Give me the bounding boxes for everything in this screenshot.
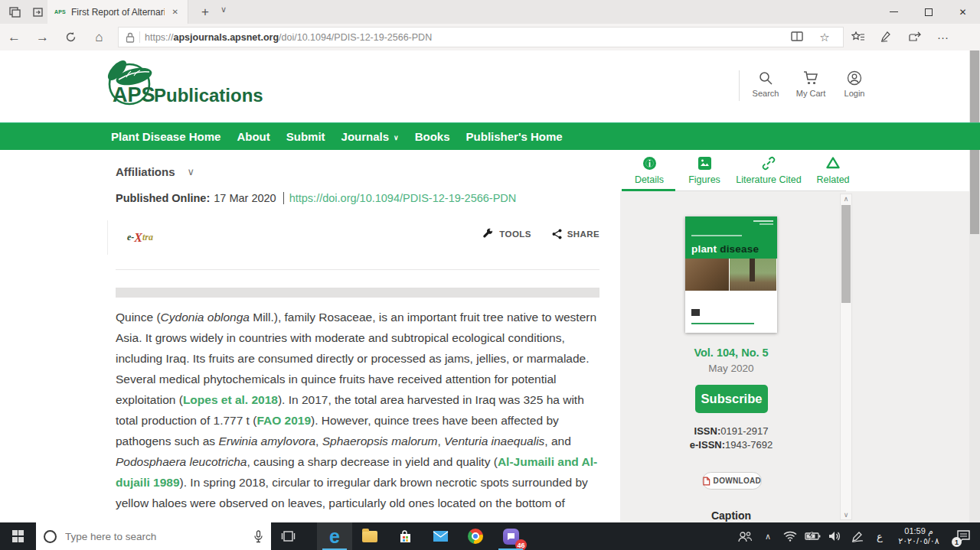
address-bar[interactable]: https://apsjournals.apsnet.org/doi/10.10…: [118, 27, 844, 47]
tab-literature-cited[interactable]: Literature Cited: [732, 150, 805, 191]
doi-link[interactable]: https://doi.org/10.1094/PDIS-12-19-2566-…: [289, 192, 517, 204]
subscribe-button[interactable]: Subscribe: [695, 385, 768, 413]
windows-logo-icon: [12, 530, 24, 542]
sidebar-scrollbar[interactable]: ∧ ∨: [840, 194, 852, 520]
volume-icon[interactable]: [828, 522, 843, 550]
set-tabs-aside-icon[interactable]: [5, 4, 24, 20]
back-button[interactable]: ←: [0, 24, 28, 50]
address-divider: [139, 31, 140, 43]
share-button[interactable]: SHARE: [552, 228, 599, 239]
task-view-button[interactable]: [271, 522, 305, 550]
paragraph-text: Erwinia amylovora: [218, 434, 315, 447]
more-options-icon[interactable]: ···: [929, 24, 957, 50]
taskbar-file-explorer-button[interactable]: [352, 522, 387, 550]
mail-icon: [433, 530, 449, 542]
edge-browser-window: APS First Report of Alternari… ✕ + ∨ ✕ ←…: [0, 0, 980, 550]
article-sidebar: Details Figures Literature Cited Related: [620, 150, 969, 522]
browser-titlebar: APS First Report of Alternari… ✕ + ∨ ✕: [0, 0, 980, 24]
forward-button[interactable]: →: [28, 24, 57, 50]
journal-cover-thumbnail[interactable]: plant disease: [685, 216, 777, 333]
header-search-button[interactable]: Search: [749, 70, 782, 98]
cart-icon: [802, 70, 819, 86]
refresh-button[interactable]: [57, 24, 85, 50]
browser-tab-active[interactable]: APS First Report of Alternari… ✕: [47, 0, 188, 24]
published-date: 17 Mar 2020: [214, 192, 276, 204]
page-scrollbar[interactable]: [969, 50, 980, 522]
tab-close-icon[interactable]: ✕: [170, 6, 181, 18]
site-header: APS Publications Search My Cart Login: [0, 50, 969, 122]
reference-link[interactable]: Lopes et al. 2018: [183, 393, 278, 406]
new-tab-button[interactable]: +: [194, 3, 216, 21]
close-button[interactable]: ✕: [946, 0, 980, 24]
paragraph-text: ). In spring 2018, circular to irregular…: [116, 476, 588, 509]
tab-related[interactable]: Related: [805, 150, 861, 191]
cover-title: plant disease: [691, 243, 759, 255]
info-icon: [642, 156, 657, 171]
system-tray: ∧ ع 01:59 م ٢٠٢٠/٠٥/٠٨ 1: [760, 522, 980, 550]
published-online-row: Published Online: 17 Mar 2020 https://do…: [116, 192, 516, 204]
favorite-star-icon[interactable]: ☆: [813, 31, 836, 44]
language-indicator[interactable]: ع: [872, 522, 887, 550]
edge-icon: e: [329, 527, 340, 546]
microsoft-store-icon: [398, 529, 413, 544]
minimize-button[interactable]: [877, 0, 911, 24]
paragraph-text: Podosphaera leucotricha: [116, 455, 247, 468]
chevron-down-icon: ∨: [188, 166, 195, 177]
download-button[interactable]: DOWNLOAD: [702, 472, 762, 490]
taskbar-viber-button[interactable]: 46: [493, 522, 528, 550]
reading-view-icon[interactable]: [786, 31, 808, 44]
nav-about[interactable]: About: [237, 130, 270, 143]
search-icon: [758, 70, 773, 86]
e-xtra-badge: e-Xtra: [107, 220, 153, 255]
tab-title: First Report of Alternari…: [71, 7, 165, 18]
nav-publishers-home[interactable]: Publisher's Home: [466, 130, 563, 143]
microphone-icon[interactable]: [253, 530, 263, 543]
header-login-button[interactable]: Login: [838, 70, 871, 98]
action-center-button[interactable]: 1: [950, 522, 976, 550]
volume-link[interactable]: Vol. 104, No. 5: [620, 347, 842, 359]
action-center-badge: 1: [952, 537, 962, 547]
caption-heading: Caption: [620, 509, 842, 522]
start-button[interactable]: [0, 522, 36, 550]
taskbar-store-button[interactable]: [387, 522, 423, 550]
taskbar-clock[interactable]: 01:59 م ٢٠٢٠/٠٥/٠٨: [894, 526, 943, 546]
paragraph-text: , causing a sharp decrease in yield and …: [247, 455, 497, 468]
nav-plant-disease-home[interactable]: Plant Disease Home: [111, 130, 220, 143]
sidebar-tabs: Details Figures Literature Cited Related: [622, 150, 861, 191]
page-viewport: Adnan A. Lahuf ✉ Ali A. Kareem, Mushtak …: [0, 50, 980, 522]
tab-figures[interactable]: Figures: [677, 150, 732, 191]
restore-button[interactable]: [911, 0, 946, 24]
people-button[interactable]: [730, 522, 760, 550]
taskbar-search-box[interactable]: [36, 522, 271, 550]
section-divider: [116, 269, 599, 270]
affiliations-toggle[interactable]: Affiliations ∨: [116, 165, 194, 178]
nav-journals[interactable]: Journals∨: [341, 130, 399, 143]
tabs-set-aside-icon[interactable]: [28, 4, 47, 20]
taskbar-edge-button[interactable]: e: [317, 522, 352, 550]
header-cart-button[interactable]: My Cart: [792, 70, 830, 98]
scroll-down-icon[interactable]: ∨: [841, 511, 851, 519]
favorites-hub-icon[interactable]: [844, 24, 872, 50]
tab-list-chevron-icon[interactable]: ∨: [220, 5, 227, 15]
nav-books[interactable]: Books: [415, 130, 450, 143]
scroll-up-icon[interactable]: ∧: [841, 195, 851, 203]
nav-submit[interactable]: Submit: [286, 130, 325, 143]
tools-button[interactable]: TOOLS: [482, 228, 531, 239]
url-text: https://apsjournals.apsnet.org/doi/10.10…: [145, 32, 781, 43]
windows-ink-pen-icon[interactable]: [850, 522, 865, 550]
taskbar-mail-button[interactable]: [423, 522, 458, 550]
wifi-icon[interactable]: [782, 522, 798, 550]
paragraph-text: ,: [437, 434, 444, 447]
tab-details[interactable]: Details: [622, 150, 677, 191]
aps-publications-logo[interactable]: APS Publications: [100, 55, 276, 110]
reference-link[interactable]: FAO 2019: [256, 414, 311, 427]
share-icon[interactable]: [900, 24, 929, 50]
related-triangle-icon: [825, 156, 841, 171]
taskbar-search-input[interactable]: [64, 530, 247, 543]
home-button[interactable]: ⌂: [85, 24, 113, 50]
taskbar-chrome-button[interactable]: [458, 522, 493, 550]
web-note-pen-icon[interactable]: [872, 24, 900, 50]
battery-icon[interactable]: [805, 522, 821, 550]
hidden-icons-chevron[interactable]: ∧: [760, 522, 776, 550]
sidebar-scroll-thumb[interactable]: [841, 205, 851, 303]
